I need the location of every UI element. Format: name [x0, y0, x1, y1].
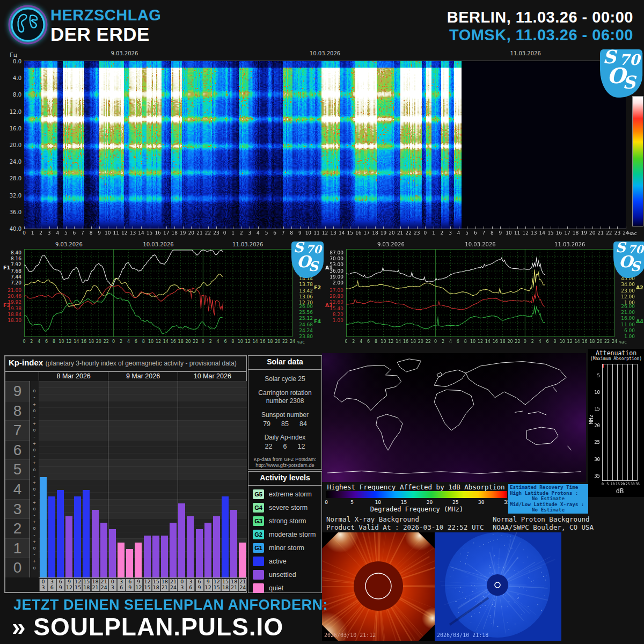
kp-bar [196, 529, 203, 577]
hour-tick-label: 9 [499, 230, 502, 236]
kp-bars-area [39, 381, 247, 578]
hour-tick-mark [517, 226, 518, 229]
hour-tick-mark [225, 226, 225, 229]
kp-sub-marker: - [30, 434, 39, 440]
kp-scale-number: 8 [5, 401, 30, 421]
watermark-letter: S [623, 72, 635, 92]
hour-tick-label: 21 [397, 230, 403, 236]
kp-sub-marker: o [30, 525, 39, 531]
hour-tick-label: 16 [260, 339, 265, 344]
proton-status-block: Normal Proton Background NOAA/SWPC Bould… [493, 515, 594, 531]
kp-sub-marker: - [30, 513, 39, 518]
freq-tick-label: 24.0 [0, 159, 21, 165]
hour-tick-label: 14 [252, 339, 258, 344]
hour-tick-label: 14 [163, 339, 169, 344]
hour-tick-label: 16 [556, 230, 562, 236]
hour-tick-label: 16 [171, 339, 176, 344]
axis-value-label: 8.40 [2, 250, 21, 256]
hour-tick-label: 2 [209, 339, 212, 344]
activity-levels-title: Activity levels [248, 472, 321, 486]
hour-tick-label: 19 [380, 230, 386, 236]
lasco-c2-coronagraph [322, 532, 435, 641]
kp-slot-label: 1821 [91, 579, 100, 591]
activity-levels-panel: Activity levels G5extreme stormG4severe … [248, 471, 322, 593]
activity-level-row: G3strong storm [253, 516, 317, 526]
hour-tick-label: 6 [224, 339, 226, 344]
attenuation-y-tick: 10 [588, 390, 600, 395]
kp-slot-label: 36 [48, 579, 56, 591]
hour-tick-mark [434, 226, 434, 229]
attenuation-x-tick: 15 [616, 482, 620, 486]
axis-value-label: 25.56 [294, 310, 313, 316]
hour-tick-mark [467, 226, 467, 229]
hour-tick-mark [333, 226, 334, 229]
kp-slot-label: 03 [108, 579, 117, 591]
absorption-tick-label: 10 [375, 499, 381, 505]
kp-scale-number: 7 [5, 420, 30, 440]
axis-value-label: 13.78 [294, 282, 313, 288]
hour-tick-label: 18 [500, 339, 506, 344]
logo-line2: DER ERDE [50, 25, 161, 43]
hour-tick-label: 10 [58, 339, 64, 344]
attenuation-x-tick: 20 [620, 482, 625, 486]
kp-index-panel: Kp-index (planetary 3-hourly index of ge… [4, 355, 247, 593]
kp-slot-end: 9 [126, 585, 134, 591]
hour-tick-label: 10 [305, 230, 311, 236]
activity-level-chip [253, 583, 264, 593]
attenuation-y-tick: 25 [588, 440, 600, 445]
dregion-absorption-map [322, 353, 586, 482]
chart-date-label: 9.03.2026 [377, 241, 405, 247]
freq-tick-label: 12.0 [0, 109, 21, 115]
hour-tick-label: 14 [339, 230, 345, 236]
hour-tick-label: 11 [313, 230, 319, 236]
activity-level-label: minor storm [269, 544, 304, 552]
hour-tick-label: 20 [589, 230, 595, 236]
hour-tick-label: 2 [39, 230, 42, 236]
hour-tick-label: 4 [449, 339, 452, 344]
activity-level-row: active [253, 556, 317, 566]
kp-sub-marker: - [30, 532, 39, 538]
kp-source-line2: http://www.gfz-potsdam.de [248, 463, 321, 469]
kp-sub-marker: o [30, 565, 39, 570]
hour-tick-label: 17 [564, 230, 570, 236]
herzschlag-dashboard: HERZSCHLAG DER ERDE BERLIN, 11.03.26 - 0… [0, 0, 644, 644]
kp-sub-marker: o [30, 427, 39, 433]
attenuation-x-tick: 30 [631, 482, 635, 486]
hour-tick-label: 12 [522, 230, 528, 236]
hour-tick-label: 4 [457, 230, 460, 236]
hour-tick-label: 17 [163, 230, 169, 236]
freq-tick-label: 4.0 [0, 75, 21, 81]
hour-tick-label: 14 [539, 230, 545, 236]
kp-slot-end: 12 [135, 585, 142, 591]
hour-tick-label: 4 [539, 339, 541, 344]
kp-slot-end: 6 [187, 585, 194, 591]
kp-slot-label: 03 [39, 579, 48, 591]
hour-tick-mark [83, 226, 83, 229]
activity-level-chip: G3 [253, 516, 264, 526]
series-label: A4 [636, 318, 643, 324]
spectrogram-date-label: 11.03.2026 [510, 50, 541, 56]
kp-sub-marker: o [30, 447, 39, 452]
axis-value-label: 13.06 [294, 294, 313, 300]
chart-date-label: 11.03.2026 [554, 241, 585, 247]
kp-slot-end: 15 [144, 585, 151, 591]
hour-tick-label: 18 [372, 230, 378, 236]
attenuation-plot [602, 364, 638, 481]
hour-tick-label: 6 [273, 230, 276, 236]
hour-tick-label: 11 [514, 230, 520, 236]
hour-tick-label: 3 [248, 230, 252, 236]
kp-bar [109, 529, 116, 577]
kp-sub-marker: + [30, 460, 39, 465]
hour-tick-mark [267, 226, 267, 229]
watermark-letter: S [309, 259, 318, 274]
kp-slot-end: 12 [65, 585, 73, 591]
hour-tick-label: 10 [560, 339, 565, 344]
hour-tick-label: 8 [553, 339, 556, 344]
hour-tick-label: 6 [45, 339, 48, 344]
hour-tick-label: 22 [282, 339, 288, 344]
attenuation-x-tick: 5 [606, 482, 609, 486]
hour-tick-label: 1 [31, 230, 34, 236]
hour-tick-mark [484, 226, 484, 229]
kp-bar [40, 477, 47, 577]
spectrogram-y-unit: Гц [10, 52, 17, 58]
